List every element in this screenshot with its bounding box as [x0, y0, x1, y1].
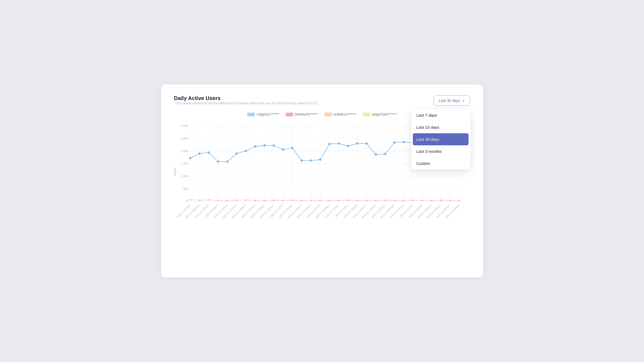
- legend-item-1: DftHHwTe*******: [286, 113, 318, 116]
- svg-point-74: [189, 157, 191, 159]
- svg-point-61: [347, 200, 349, 201]
- svg-point-56: [301, 200, 302, 202]
- main-card: Daily Active Users * This graph represen…: [161, 84, 483, 278]
- svg-point-54: [282, 200, 284, 201]
- svg-point-52: [264, 200, 265, 202]
- svg-point-63: [366, 200, 367, 201]
- svg-point-80: [245, 150, 247, 152]
- legend-label-3: wdqpTO6Z*******: [372, 113, 397, 116]
- svg-point-77: [217, 161, 219, 162]
- svg-point-86: [301, 160, 303, 161]
- svg-point-49: [236, 200, 237, 201]
- svg-text:2,000: 2,000: [181, 149, 188, 153]
- svg-point-97: [403, 141, 404, 143]
- legend-item-2: kUNItEsU*******: [325, 113, 356, 116]
- chart-subtitle: * This graph represents the the daily co…: [174, 101, 319, 105]
- svg-point-57: [310, 200, 312, 201]
- svg-point-84: [282, 149, 284, 150]
- svg-point-75: [198, 153, 200, 154]
- svg-point-82: [263, 145, 265, 146]
- svg-point-89: [328, 143, 330, 145]
- svg-point-58: [319, 200, 321, 201]
- svg-point-95: [384, 153, 386, 155]
- time-range-dropdown-wrapper: Last 30 days ∨ Last 7 days Last 15 days …: [433, 95, 470, 106]
- legend-swatch-1: [286, 113, 293, 116]
- legend-item-3: wdqpTO6Z*******: [363, 113, 397, 116]
- legend-swatch-0: [247, 113, 255, 116]
- svg-point-69: [421, 200, 423, 201]
- svg-point-85: [291, 147, 293, 149]
- svg-point-65: [384, 200, 386, 201]
- svg-point-83: [273, 145, 275, 146]
- time-range-menu: Last 7 days Last 15 days Last 30 days La…: [411, 109, 470, 169]
- svg-text:2,500: 2,500: [181, 137, 188, 140]
- svg-point-72: [449, 200, 451, 201]
- svg-point-88: [319, 158, 321, 160]
- svg-point-78: [226, 161, 228, 162]
- svg-point-79: [235, 153, 237, 154]
- svg-point-48: [226, 200, 228, 202]
- svg-point-81: [254, 146, 256, 147]
- svg-point-66: [393, 200, 395, 201]
- svg-text:1,000: 1,000: [181, 175, 188, 178]
- svg-point-68: [412, 200, 414, 201]
- svg-point-51: [254, 200, 256, 201]
- menu-item-custom[interactable]: Custom: [411, 157, 470, 169]
- svg-point-70: [431, 200, 432, 202]
- svg-point-64: [375, 200, 377, 202]
- svg-point-60: [338, 200, 339, 201]
- svg-point-46: [208, 199, 209, 201]
- svg-point-71: [440, 200, 441, 201]
- svg-point-45: [198, 200, 200, 201]
- menu-item-last7[interactable]: Last 7 days: [411, 109, 470, 121]
- legend-label-2: kUNItEsU*******: [334, 113, 356, 116]
- svg-point-53: [273, 200, 274, 201]
- svg-point-94: [375, 154, 377, 156]
- svg-point-76: [208, 152, 209, 153]
- svg-point-44: [189, 199, 191, 201]
- svg-point-62: [356, 200, 358, 202]
- legend-label-0: 1x8gb52J*******: [256, 113, 279, 116]
- svg-text:0: 0: [186, 200, 188, 203]
- svg-point-90: [338, 142, 340, 144]
- chevron-down-icon: ∨: [462, 99, 465, 102]
- svg-text:500: 500: [183, 187, 188, 190]
- y-axis-label: users: [173, 168, 176, 175]
- svg-point-73: [458, 200, 460, 202]
- svg-point-59: [329, 200, 330, 202]
- menu-item-last3m[interactable]: Last 3 months: [411, 145, 470, 157]
- legend-swatch-3: [363, 113, 370, 116]
- time-range-label: Last 30 days: [439, 98, 460, 103]
- svg-point-92: [356, 142, 358, 144]
- menu-item-last15[interactable]: Last 15 days: [411, 121, 470, 133]
- menu-item-last30[interactable]: Last 30 days: [413, 133, 469, 145]
- svg-text:1,500: 1,500: [181, 162, 188, 165]
- svg-point-67: [403, 200, 404, 202]
- svg-point-47: [217, 200, 219, 201]
- page-title: Daily Active Users: [174, 95, 319, 101]
- legend-item-0: 1x8gb52J*******: [247, 113, 279, 116]
- legend-label-1: DftHHwTe*******: [295, 113, 318, 116]
- svg-text:3,000: 3,000: [181, 124, 188, 127]
- svg-point-96: [393, 142, 395, 143]
- svg-point-87: [310, 160, 312, 161]
- card-header: Daily Active Users * This graph represen…: [174, 95, 470, 110]
- svg-point-50: [245, 199, 246, 201]
- time-range-button[interactable]: Last 30 days ∨: [433, 95, 470, 106]
- svg-point-93: [366, 142, 367, 144]
- svg-point-91: [347, 145, 349, 147]
- svg-point-55: [291, 200, 293, 201]
- legend-swatch-2: [325, 113, 332, 116]
